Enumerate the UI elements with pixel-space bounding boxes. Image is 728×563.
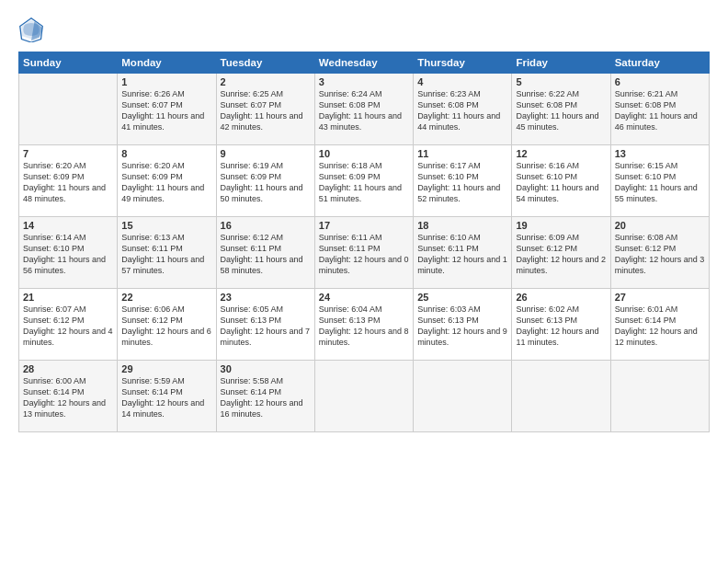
calendar-week-row: 7Sunrise: 6:20 AMSunset: 6:09 PMDaylight… — [19, 145, 710, 217]
page-header — [18, 17, 710, 42]
day-info: Sunrise: 6:24 AMSunset: 6:08 PMDaylight:… — [319, 88, 409, 133]
calendar-cell: 27Sunrise: 6:01 AMSunset: 6:14 PMDayligh… — [610, 289, 709, 361]
calendar-cell: 12Sunrise: 6:16 AMSunset: 6:10 PMDayligh… — [512, 145, 610, 217]
day-info: Sunrise: 6:11 AMSunset: 6:11 PMDaylight:… — [319, 232, 409, 277]
day-number: 20 — [615, 220, 705, 231]
day-info: Sunrise: 6:19 AMSunset: 6:09 PMDaylight:… — [221, 160, 311, 205]
day-info: Sunrise: 6:12 AMSunset: 6:11 PMDaylight:… — [221, 232, 311, 277]
day-number: 16 — [221, 220, 311, 231]
day-number: 26 — [516, 292, 606, 303]
day-number: 18 — [417, 220, 507, 231]
calendar-cell: 29Sunrise: 5:59 AMSunset: 6:14 PMDayligh… — [118, 361, 216, 432]
day-number: 1 — [121, 76, 211, 87]
calendar-cell: 13Sunrise: 6:15 AMSunset: 6:10 PMDayligh… — [610, 145, 709, 217]
day-info: Sunrise: 6:25 AMSunset: 6:07 PMDaylight:… — [221, 88, 311, 133]
calendar-cell: 18Sunrise: 6:10 AMSunset: 6:11 PMDayligh… — [414, 217, 512, 289]
day-info: Sunrise: 6:26 AMSunset: 6:07 PMDaylight:… — [121, 88, 211, 133]
calendar-cell: 23Sunrise: 6:05 AMSunset: 6:13 PMDayligh… — [216, 289, 314, 361]
day-info: Sunrise: 5:58 AMSunset: 6:14 PMDaylight:… — [221, 375, 311, 420]
calendar-week-row: 28Sunrise: 6:00 AMSunset: 6:14 PMDayligh… — [19, 361, 710, 432]
day-number: 13 — [615, 148, 705, 159]
day-info: Sunrise: 6:17 AMSunset: 6:10 PMDaylight:… — [417, 160, 507, 205]
day-info: Sunrise: 6:21 AMSunset: 6:08 PMDaylight:… — [615, 88, 705, 133]
day-info: Sunrise: 6:03 AMSunset: 6:13 PMDaylight:… — [417, 304, 507, 349]
day-info: Sunrise: 6:06 AMSunset: 6:12 PMDaylight:… — [121, 304, 211, 349]
day-info: Sunrise: 6:04 AMSunset: 6:13 PMDaylight:… — [319, 304, 409, 349]
calendar-cell: 15Sunrise: 6:13 AMSunset: 6:11 PMDayligh… — [118, 217, 216, 289]
day-number: 15 — [121, 220, 211, 231]
day-info: Sunrise: 6:09 AMSunset: 6:12 PMDaylight:… — [516, 232, 606, 277]
calendar-header-monday: Monday — [118, 52, 216, 74]
day-number: 21 — [23, 292, 113, 303]
calendar-cell: 5Sunrise: 6:22 AMSunset: 6:08 PMDaylight… — [512, 74, 610, 145]
day-info: Sunrise: 6:08 AMSunset: 6:12 PMDaylight:… — [615, 232, 705, 277]
day-info: Sunrise: 6:15 AMSunset: 6:10 PMDaylight:… — [615, 160, 705, 205]
calendar-cell: 11Sunrise: 6:17 AMSunset: 6:10 PMDayligh… — [414, 145, 512, 217]
calendar-cell — [19, 74, 118, 145]
calendar-cell: 4Sunrise: 6:23 AMSunset: 6:08 PMDaylight… — [414, 74, 512, 145]
calendar-header-thursday: Thursday — [414, 52, 512, 74]
calendar-table: SundayMondayTuesdayWednesdayThursdayFrid… — [18, 52, 710, 432]
calendar-cell: 25Sunrise: 6:03 AMSunset: 6:13 PMDayligh… — [414, 289, 512, 361]
calendar-cell: 22Sunrise: 6:06 AMSunset: 6:12 PMDayligh… — [118, 289, 216, 361]
logo — [18, 17, 48, 42]
day-info: Sunrise: 6:23 AMSunset: 6:08 PMDaylight:… — [417, 88, 507, 133]
day-number: 17 — [319, 220, 409, 231]
day-number: 24 — [319, 292, 409, 303]
calendar-cell: 20Sunrise: 6:08 AMSunset: 6:12 PMDayligh… — [610, 217, 709, 289]
calendar-week-row: 21Sunrise: 6:07 AMSunset: 6:12 PMDayligh… — [19, 289, 710, 361]
day-number: 10 — [319, 148, 409, 159]
calendar-cell: 10Sunrise: 6:18 AMSunset: 6:09 PMDayligh… — [314, 145, 413, 217]
day-info: Sunrise: 6:20 AMSunset: 6:09 PMDaylight:… — [121, 160, 211, 205]
day-number: 28 — [23, 363, 113, 374]
calendar-cell — [512, 361, 610, 432]
day-number: 14 — [23, 220, 113, 231]
calendar-cell: 21Sunrise: 6:07 AMSunset: 6:12 PMDayligh… — [19, 289, 118, 361]
day-number: 27 — [615, 292, 705, 303]
day-info: Sunrise: 5:59 AMSunset: 6:14 PMDaylight:… — [121, 375, 211, 420]
calendar-cell: 3Sunrise: 6:24 AMSunset: 6:08 PMDaylight… — [314, 74, 413, 145]
day-number: 23 — [221, 292, 311, 303]
day-info: Sunrise: 6:10 AMSunset: 6:11 PMDaylight:… — [417, 232, 507, 277]
day-number: 9 — [221, 148, 311, 159]
day-number: 30 — [221, 363, 311, 374]
calendar-cell: 19Sunrise: 6:09 AMSunset: 6:12 PMDayligh… — [512, 217, 610, 289]
calendar-cell: 7Sunrise: 6:20 AMSunset: 6:09 PMDaylight… — [19, 145, 118, 217]
calendar-header-wednesday: Wednesday — [314, 52, 413, 74]
day-number: 6 — [615, 76, 705, 87]
day-info: Sunrise: 6:13 AMSunset: 6:11 PMDaylight:… — [121, 232, 211, 277]
day-info: Sunrise: 6:07 AMSunset: 6:12 PMDaylight:… — [23, 304, 113, 349]
calendar-cell: 2Sunrise: 6:25 AMSunset: 6:07 PMDaylight… — [216, 74, 314, 145]
calendar-cell: 26Sunrise: 6:02 AMSunset: 6:13 PMDayligh… — [512, 289, 610, 361]
day-info: Sunrise: 6:05 AMSunset: 6:13 PMDaylight:… — [221, 304, 311, 349]
day-number: 25 — [417, 292, 507, 303]
day-number: 2 — [221, 76, 311, 87]
calendar-cell — [314, 361, 413, 432]
calendar-cell: 1Sunrise: 6:26 AMSunset: 6:07 PMDaylight… — [118, 74, 216, 145]
day-info: Sunrise: 6:18 AMSunset: 6:09 PMDaylight:… — [319, 160, 409, 205]
day-number: 5 — [516, 76, 606, 87]
calendar-cell — [414, 361, 512, 432]
day-number: 11 — [417, 148, 507, 159]
calendar-cell: 28Sunrise: 6:00 AMSunset: 6:14 PMDayligh… — [19, 361, 118, 432]
day-number: 7 — [23, 148, 113, 159]
day-number: 19 — [516, 220, 606, 231]
day-info: Sunrise: 6:20 AMSunset: 6:09 PMDaylight:… — [23, 160, 113, 205]
day-number: 4 — [417, 76, 507, 87]
calendar-cell — [610, 361, 709, 432]
day-number: 29 — [121, 363, 211, 374]
day-info: Sunrise: 6:16 AMSunset: 6:10 PMDaylight:… — [516, 160, 606, 205]
day-info: Sunrise: 6:01 AMSunset: 6:14 PMDaylight:… — [615, 304, 705, 349]
calendar-cell: 14Sunrise: 6:14 AMSunset: 6:10 PMDayligh… — [19, 217, 118, 289]
day-number: 22 — [121, 292, 211, 303]
calendar-header-row: SundayMondayTuesdayWednesdayThursdayFrid… — [19, 52, 710, 74]
day-info: Sunrise: 6:22 AMSunset: 6:08 PMDaylight:… — [516, 88, 606, 133]
calendar-cell: 8Sunrise: 6:20 AMSunset: 6:09 PMDaylight… — [118, 145, 216, 217]
calendar-header-friday: Friday — [512, 52, 610, 74]
calendar-page: SundayMondayTuesdayWednesdayThursdayFrid… — [0, 0, 728, 563]
day-info: Sunrise: 6:14 AMSunset: 6:10 PMDaylight:… — [23, 232, 113, 277]
day-info: Sunrise: 6:02 AMSunset: 6:13 PMDaylight:… — [516, 304, 606, 349]
calendar-cell: 16Sunrise: 6:12 AMSunset: 6:11 PMDayligh… — [216, 217, 314, 289]
day-number: 8 — [121, 148, 211, 159]
calendar-header-tuesday: Tuesday — [216, 52, 314, 74]
